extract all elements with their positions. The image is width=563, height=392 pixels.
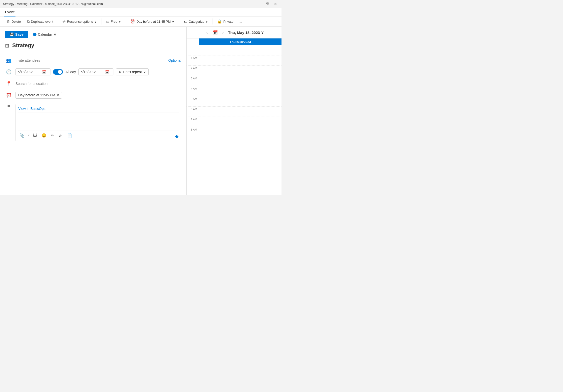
time-slot-7am: 7 AM (187, 117, 282, 127)
calendar-header: ‹ 📅 › Thu, May 18, 2023 ∨ (187, 27, 282, 38)
free-button[interactable]: ▭ Free ∨ (103, 18, 124, 25)
time-slot-5am: 5 AM (187, 96, 282, 107)
reminder-content: Day before at 11:45 PM ∨ (15, 92, 181, 99)
pen-button[interactable]: 🖊 (57, 133, 64, 139)
calendar-day-view[interactable]: Thu 5/18/2023 1 AM 2 AM 3 AM 4 AM (187, 38, 282, 195)
time-label-2am: 2 AM (187, 66, 199, 70)
free-chevron-icon: ∨ (119, 20, 121, 23)
description-textarea[interactable] (18, 115, 64, 130)
calendar-selector[interactable]: Calendar ∨ (31, 31, 58, 38)
duplicate-button[interactable]: ⧉ Duplicate event (24, 18, 56, 25)
repeat-chevron-icon: ∨ (143, 70, 146, 74)
description-link[interactable]: View in BasicOps (18, 107, 45, 111)
event-title-input[interactable] (12, 42, 181, 49)
close-button[interactable]: ✕ (273, 1, 279, 6)
time-content-6am (199, 107, 282, 117)
time-content-1am (199, 55, 282, 65)
tag-icon: 🏷 (184, 19, 187, 24)
calendar-icon-end: 📅 (105, 70, 109, 74)
time-slot-4am: 4 AM (187, 86, 282, 96)
calendar-view-icon: 📅 (212, 30, 218, 35)
all-day-label: All day (65, 70, 76, 74)
event-icon: ⊞ (5, 43, 9, 49)
toolbar: 🗑 Delete ⧉ Duplicate event ⇌ Response op… (0, 16, 282, 27)
diamond-container: ◆ (175, 134, 179, 139)
left-panel: 💾 Save Calendar ∨ ⊞ 👥 Optional 🕐 (0, 27, 187, 195)
time-label-3am: 3 AM (187, 76, 199, 80)
duplicate-icon: ⧉ (27, 19, 30, 24)
event-title-row: ⊞ (5, 42, 181, 51)
window-controls: 🗗 ✕ (264, 1, 279, 6)
time-content-3am (199, 76, 282, 86)
time-slot-8am: 8 AM (187, 127, 282, 137)
private-button[interactable]: 🔒 Private (215, 18, 236, 25)
end-date-input[interactable] (81, 70, 103, 74)
more-button[interactable]: ... (237, 18, 245, 25)
end-date-picker[interactable]: 📅 (78, 68, 113, 75)
date-row: 🕐 📅 All day (5, 66, 181, 78)
window-title: Strategy - Meeting - Calendar - outlook_… (3, 2, 103, 6)
clock-row-icon: 🕐 (5, 69, 12, 75)
start-date-picker[interactable]: 📅 (15, 68, 50, 75)
time-slot-6am: 6 AM (187, 107, 282, 117)
separator-2 (101, 18, 101, 24)
attach-chevron-icon: ∨ (28, 134, 30, 137)
delete-button[interactable]: 🗑 Delete (4, 18, 23, 25)
delete-icon: 🗑 (6, 19, 10, 24)
all-day-toggle-group: All day (53, 69, 76, 75)
separator-4 (179, 18, 179, 24)
calendar-prev-button[interactable]: ‹ (204, 29, 210, 36)
optional-link[interactable]: Optional (168, 58, 181, 62)
categorize-button[interactable]: 🏷 Categorize ∨ (181, 18, 211, 25)
reminder-chevron-icon: ∨ (172, 20, 174, 23)
location-input[interactable] (15, 82, 181, 86)
event-reminder-button[interactable]: Day before at 11:45 PM ∨ (15, 92, 62, 99)
attendees-row: 👥 Optional (5, 55, 181, 66)
attendees-input[interactable] (15, 58, 166, 62)
image-button[interactable]: 🖼 (32, 133, 38, 139)
table-button[interactable]: 📄 (66, 132, 73, 139)
save-icon: 💾 (9, 32, 14, 36)
tab-event[interactable]: Event (4, 8, 15, 16)
separator-5 (213, 18, 213, 24)
description-icon: ≡ (5, 104, 12, 109)
today-header: Thu 5/18/2023 (199, 38, 282, 45)
right-panel: ‹ 📅 › Thu, May 18, 2023 ∨ Thu 5/18/2023 … (187, 27, 282, 195)
end-date-group: 📅 ↻ Don't repeat ∨ (78, 68, 149, 75)
calendar-title-button[interactable]: Thu, May 18, 2023 ∨ (228, 30, 264, 35)
date-content: 📅 All day 📅 (15, 68, 181, 75)
reminder-btn-chevron-icon: ∨ (57, 93, 59, 97)
reminder-row-icon: ⏰ (5, 92, 12, 98)
time-label-5am: 5 AM (187, 96, 199, 100)
time-label-4am: 4 AM (187, 86, 199, 90)
time-label-7am: 7 AM (187, 117, 199, 121)
location-icon: 📍 (5, 81, 12, 86)
time-content-4am (199, 86, 282, 96)
title-bar: Strategy - Meeting - Calendar - outlook_… (0, 0, 282, 8)
emoji-button[interactable]: 😊 (40, 132, 48, 139)
time-content-8am (199, 127, 282, 137)
start-date-input[interactable] (18, 70, 40, 74)
attach-button[interactable]: 📎 (18, 132, 26, 139)
main-layout: 💾 Save Calendar ∨ ⊞ 👥 Optional 🕐 (0, 27, 282, 195)
clock-icon: ⏰ (130, 19, 135, 24)
calendar-color-dot (33, 33, 36, 36)
separator-1 (58, 18, 58, 24)
time-content-midnight (199, 45, 282, 55)
time-label-8am: 8 AM (187, 127, 199, 131)
calendar-next-button[interactable]: › (220, 29, 226, 36)
diamond-icon: ◆ (175, 134, 179, 139)
all-day-toggle[interactable] (53, 69, 63, 75)
day-reminder-button[interactable]: ⏰ Day before at 11:45 PM ∨ (128, 18, 177, 25)
response-options-button[interactable]: ⇌ Response options ∨ (60, 18, 99, 25)
repeat-icon: ↻ (119, 70, 121, 74)
restore-button[interactable]: 🗗 (264, 1, 271, 6)
save-button[interactable]: 💾 Save (5, 31, 28, 38)
highlight-button[interactable]: ✏ (50, 132, 55, 139)
description-toolbar: 📎 ∨ 🖼 😊 ✏ 🖊 📄 (18, 131, 179, 139)
time-label-6am: 6 AM (187, 107, 199, 111)
time-label-midnight (187, 45, 199, 46)
repeat-button[interactable]: ↻ Don't repeat ∨ (116, 68, 149, 75)
response-chevron-icon: ∨ (94, 20, 97, 23)
location-row: 📍 (5, 78, 181, 89)
